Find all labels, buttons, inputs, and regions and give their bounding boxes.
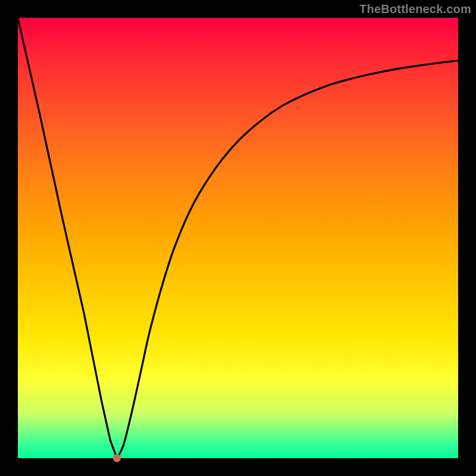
chart-frame	[18, 18, 458, 458]
optimum-dot	[113, 454, 121, 462]
chart-svg	[18, 18, 458, 458]
watermark-text: TheBottleneck.com	[359, 2, 471, 16]
bottleneck-curve	[18, 18, 458, 458]
